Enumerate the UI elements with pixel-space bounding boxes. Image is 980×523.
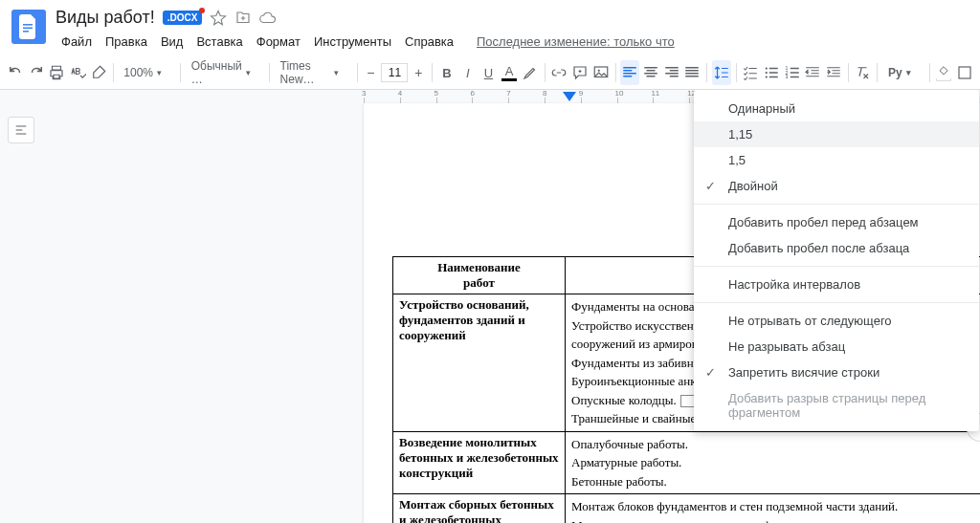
menu-edit[interactable]: Правка bbox=[100, 32, 153, 52]
style-select[interactable]: Обычный … bbox=[186, 61, 264, 84]
paint-format-button[interactable] bbox=[89, 60, 108, 85]
row-title: Монтаж сборных бетонных и железобетонных… bbox=[393, 494, 566, 524]
italic-button[interactable]: I bbox=[458, 60, 478, 85]
border-button[interactable] bbox=[955, 60, 974, 85]
separator bbox=[113, 63, 114, 82]
line-spacing-button[interactable] bbox=[712, 60, 731, 85]
star-icon[interactable] bbox=[210, 10, 227, 27]
keep-with-next[interactable]: Не отрывать от следующего bbox=[694, 308, 979, 334]
font-size-decrease[interactable]: − bbox=[362, 63, 379, 82]
fill-color-button[interactable] bbox=[935, 60, 954, 85]
menu-insert[interactable]: Вставка bbox=[190, 32, 248, 52]
toolbar: 100% Обычный … Times New… − 11 + B I U A… bbox=[0, 55, 980, 90]
separator bbox=[180, 63, 181, 82]
separator bbox=[269, 63, 270, 82]
redo-button[interactable] bbox=[27, 60, 46, 85]
outline-toggle-icon[interactable] bbox=[8, 117, 34, 143]
menu-view[interactable]: Вид bbox=[155, 32, 189, 52]
spellcheck-button[interactable] bbox=[68, 60, 87, 85]
editing-mode-select[interactable]: Ру bbox=[882, 61, 924, 84]
separator bbox=[694, 302, 979, 303]
separator bbox=[357, 63, 358, 82]
zoom-select[interactable]: 100% bbox=[118, 61, 175, 84]
spacing-115[interactable]: 1,15 bbox=[694, 121, 979, 147]
separator bbox=[694, 266, 979, 267]
ruler-indent-marker-icon[interactable] bbox=[563, 92, 576, 101]
menu-format[interactable]: Формат bbox=[251, 32, 306, 52]
menu-tools[interactable]: Инструменты bbox=[308, 32, 397, 52]
svg-rect-1 bbox=[23, 28, 33, 30]
font-size-control: − 11 + bbox=[362, 63, 427, 82]
text-color-button[interactable]: A bbox=[500, 60, 519, 85]
undo-button[interactable] bbox=[6, 60, 25, 85]
docs-logo-icon[interactable] bbox=[11, 10, 46, 44]
separator bbox=[877, 63, 878, 82]
insert-comment-button[interactable] bbox=[570, 60, 590, 85]
separator bbox=[736, 63, 737, 82]
svg-point-7 bbox=[766, 76, 768, 77]
row-content: Монтаж блоков фундаментов и стен подземн… bbox=[566, 494, 981, 524]
separator bbox=[432, 63, 433, 82]
indent-increase-button[interactable] bbox=[824, 60, 843, 85]
row-title: Возведение монолитных бетонных и железоб… bbox=[393, 431, 566, 494]
align-center-button[interactable] bbox=[641, 60, 660, 85]
numbered-list-button[interactable]: 123 bbox=[783, 60, 802, 85]
bold-button[interactable]: B bbox=[437, 60, 457, 85]
custom-spacing[interactable]: Настройка интервалов bbox=[694, 272, 979, 297]
svg-rect-0 bbox=[23, 24, 33, 26]
separator bbox=[615, 63, 616, 82]
bulleted-list-button[interactable] bbox=[762, 60, 781, 85]
svg-point-5 bbox=[766, 67, 768, 69]
svg-text:3: 3 bbox=[785, 74, 788, 79]
spacing-15[interactable]: 1,5 bbox=[694, 147, 979, 173]
header: Виды работ! .DOCX Файл Правка Вид Вставк… bbox=[0, 0, 980, 55]
line-spacing-dropdown: Одинарный 1,15 1,5 ✓Двойной Добавить про… bbox=[694, 90, 979, 431]
align-right-button[interactable] bbox=[662, 60, 681, 85]
space-before[interactable]: Добавить пробел перед абзацем bbox=[694, 209, 979, 235]
separator bbox=[694, 204, 979, 205]
align-justify-button[interactable] bbox=[682, 60, 702, 85]
underline-button[interactable]: U bbox=[479, 60, 499, 85]
svg-point-6 bbox=[766, 72, 768, 74]
print-button[interactable] bbox=[47, 60, 66, 85]
svg-point-4 bbox=[597, 70, 599, 72]
workspace: 345678910111213141516171819 Наименование… bbox=[0, 90, 980, 523]
separator bbox=[706, 63, 707, 82]
table-row: Возведение монолитных бетонных и железоб… bbox=[393, 431, 981, 494]
separator bbox=[545, 63, 546, 82]
menu-file[interactable]: Файл bbox=[56, 32, 98, 52]
move-icon[interactable] bbox=[234, 10, 252, 27]
docx-badge: .DOCX bbox=[163, 11, 203, 25]
insert-link-button[interactable] bbox=[549, 60, 568, 85]
menu-help[interactable]: Справка bbox=[399, 32, 459, 52]
page-break-before[interactable]: Добавить разрыв страницы перед фрагменто… bbox=[694, 385, 979, 425]
align-left-button[interactable] bbox=[620, 60, 639, 85]
table-header: Наименованиеработ bbox=[393, 257, 566, 294]
font-size-increase[interactable]: + bbox=[410, 63, 427, 82]
svg-rect-2 bbox=[23, 31, 29, 33]
separator bbox=[848, 63, 849, 82]
clear-formatting-button[interactable] bbox=[854, 60, 873, 85]
doc-title[interactable]: Виды работ! bbox=[56, 8, 155, 28]
table-row: Монтаж сборных бетонных и железобетонных… bbox=[393, 494, 981, 524]
font-select[interactable]: Times New… bbox=[275, 61, 352, 84]
last-edit-link[interactable]: Последнее изменение: только что bbox=[477, 34, 675, 49]
cloud-status-icon[interactable] bbox=[259, 10, 277, 27]
menubar: Файл Правка Вид Вставка Формат Инструмен… bbox=[56, 32, 675, 52]
font-size-input[interactable]: 11 bbox=[381, 63, 408, 82]
spacing-double[interactable]: ✓Двойной bbox=[694, 173, 979, 199]
keep-together[interactable]: Не разрывать абзац bbox=[694, 334, 979, 360]
checklist-button[interactable] bbox=[741, 60, 760, 85]
row-title: Устройство оснований, фундаментов зданий… bbox=[393, 294, 566, 432]
indent-decrease-button[interactable] bbox=[803, 60, 822, 85]
svg-rect-11 bbox=[959, 67, 970, 78]
highlight-button[interactable] bbox=[521, 60, 540, 85]
insert-image-button[interactable] bbox=[591, 60, 611, 85]
row-content: Опалубочные работы.Арматурные работы.Бет… bbox=[566, 431, 981, 494]
widow-control[interactable]: ✓Запретить висячие строки bbox=[694, 360, 979, 385]
space-after[interactable]: Добавить пробел после абзаца bbox=[694, 235, 979, 261]
spacing-single[interactable]: Одинарный bbox=[694, 96, 979, 121]
separator bbox=[929, 63, 930, 82]
